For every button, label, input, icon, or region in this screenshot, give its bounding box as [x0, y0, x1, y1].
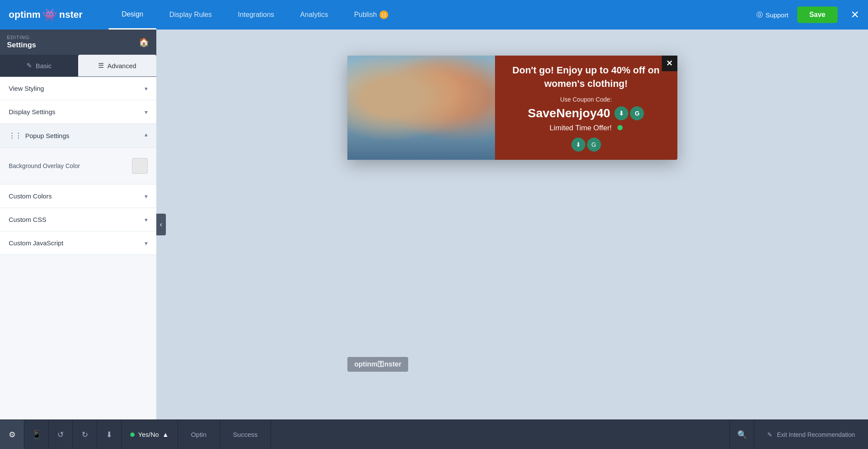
yes-no-chevron: ▲ [162, 431, 169, 438]
undo-icon: ↺ [57, 430, 64, 439]
chevron-custom-colors: ▾ [145, 193, 148, 200]
search-button[interactable]: 🔍 [729, 420, 754, 449]
section-popup-settings[interactable]: ⋮⋮ Popup Settings ▾ [0, 124, 156, 148]
settings-icon: ⚙ [9, 430, 16, 439]
publish-badge: 11 [380, 10, 388, 19]
sidebar-tabs: ✎ Basic ☰ Advanced [0, 55, 156, 77]
sidebar-title: Settings [7, 41, 36, 50]
yes-no-dot [130, 432, 135, 437]
home-button[interactable]: 🏠 [139, 37, 149, 47]
sidebar: EDITING: Settings 🏠 ✎ Basic ☰ Advanced V… [0, 30, 156, 419]
om-watermark: optinm⚿nster [347, 357, 408, 372]
main-layout: EDITING: Settings 🏠 ✎ Basic ☰ Advanced V… [0, 30, 868, 419]
tab-basic[interactable]: ✎ Basic [0, 55, 78, 76]
popup-image [347, 56, 495, 160]
bg-overlay-row: Background Overlay Color [9, 155, 148, 177]
popup-headline: Don't go! Enjoy up to 40% off on women's… [508, 64, 664, 91]
chevron-view-styling: ▾ [145, 85, 148, 92]
grammarly-icon-2: G [587, 138, 601, 152]
nav-right: ⓪ Support Save ✕ [756, 7, 859, 23]
settings-icon-button[interactable]: ⚙ [0, 420, 24, 449]
support-button[interactable]: ⓪ Support [756, 11, 789, 19]
nav-tab-publish[interactable]: Publish 11 [341, 0, 401, 30]
popup-content: Don't go! Enjoy up to 40% off on women's… [495, 56, 677, 160]
success-tab[interactable]: Success [220, 420, 271, 449]
undo-button[interactable]: ↺ [49, 420, 73, 449]
download-button[interactable]: ⬇ [97, 420, 122, 449]
bg-overlay-color-swatch[interactable] [132, 158, 148, 174]
green-dot-icon [617, 125, 623, 130]
mobile-icon: 📱 [32, 430, 41, 439]
pencil-icon: ✎ [26, 62, 32, 69]
mobile-icon-button[interactable]: 📱 [24, 420, 49, 449]
display-settings-label: Display Settings [9, 108, 56, 116]
popup-offer-icons: ⬇ G [571, 138, 601, 152]
collapse-sidebar-button[interactable]: ‹ [156, 214, 166, 235]
section-custom-js[interactable]: Custom JavaScript ▾ [0, 231, 156, 255]
download-icon: ⬇ [106, 430, 112, 439]
save-button[interactable]: Save [797, 7, 838, 23]
nav-tab-analytics[interactable]: Analytics [287, 0, 341, 30]
sidebar-header: EDITING: Settings 🏠 [0, 30, 156, 55]
popup-settings-label: ⋮⋮ Popup Settings [9, 132, 69, 139]
bg-overlay-label: Background Overlay Color [9, 162, 80, 169]
popup-close-button[interactable]: ✕ [662, 56, 677, 71]
grammarly-icon: G [630, 106, 644, 120]
nav-tab-design[interactable]: Design [109, 0, 156, 30]
redo-icon: ↻ [82, 430, 88, 439]
close-top-button[interactable]: ✕ [851, 9, 859, 21]
popup-photo [347, 56, 495, 160]
nav-tabs: Design Display Rules Integrations Analyt… [109, 0, 756, 30]
tab-advanced[interactable]: ☰ Advanced [78, 55, 156, 76]
popup-preview: ✕ Don't go! Enjoy up to 40% off on women… [347, 56, 677, 160]
om-watermark-text: optinm⚿nster [354, 360, 401, 368]
logo: optinm👾nster [9, 8, 83, 22]
search-icon: 🔍 [737, 430, 747, 439]
logo-text: optinm [9, 9, 40, 20]
copy-icon-2[interactable]: ⬇ [571, 138, 585, 152]
popup-settings-content: Background Overlay Color [0, 148, 156, 185]
popup-copy-icons: ⬇ G [614, 106, 644, 120]
redo-button[interactable]: ↻ [73, 420, 97, 449]
nav-tab-integrations[interactable]: Integrations [225, 0, 287, 30]
sidebar-editing-label: EDITING: [7, 35, 36, 40]
section-display-settings[interactable]: Display Settings ▾ [0, 100, 156, 124]
sidebar-content: View Styling ▾ Display Settings ▾ ⋮⋮ Pop… [0, 77, 156, 419]
sliders-icon-small: ⋮⋮ [9, 132, 22, 139]
bottom-bar: ⚙ 📱 ↺ ↻ ⬇ Yes/No ▲ Optin Success 🔍 ✎ Exi… [0, 419, 868, 449]
section-custom-colors[interactable]: Custom Colors ▾ [0, 185, 156, 208]
sliders-icon: ☰ [98, 62, 104, 69]
top-nav: optinm👾nster Design Display Rules Integr… [0, 0, 868, 30]
sidebar-header-text: EDITING: Settings [7, 35, 36, 50]
chevron-custom-css: ▾ [145, 216, 148, 223]
canvas-area: ‹ ✕ Don't go! Enjoy up to 40% off on wom… [156, 30, 868, 419]
nav-tab-display-rules[interactable]: Display Rules [156, 0, 225, 30]
chevron-custom-js: ▾ [145, 240, 148, 247]
custom-colors-label: Custom Colors [9, 192, 52, 200]
chevron-popup-settings: ▾ [145, 132, 148, 139]
yes-no-button[interactable]: Yes/No ▲ [122, 420, 178, 449]
custom-js-label: Custom JavaScript [9, 239, 63, 247]
exit-recommendation-button[interactable]: ✎ Exit Intend Recommendation [754, 420, 868, 449]
popup-subtext: Use Coupon Code: [560, 96, 612, 103]
view-styling-label: View Styling [9, 85, 44, 92]
section-view-styling[interactable]: View Styling ▾ [0, 77, 156, 100]
section-custom-css[interactable]: Custom CSS ▾ [0, 208, 156, 231]
copy-icon[interactable]: ⬇ [614, 106, 628, 120]
chevron-display-settings: ▾ [145, 109, 148, 116]
logo-monster-icon: 👾 [42, 8, 57, 22]
popup-offer-text: Limited Time Offer! [549, 124, 622, 132]
optin-tab[interactable]: Optin [178, 420, 220, 449]
exit-pencil-icon: ✎ [767, 431, 772, 438]
logo-nster: nster [59, 9, 83, 20]
popup-coupon-code: SaveNenjoy40 ⬇ G [528, 106, 644, 120]
custom-css-label: Custom CSS [9, 216, 46, 223]
support-icon: ⓪ [756, 11, 763, 19]
